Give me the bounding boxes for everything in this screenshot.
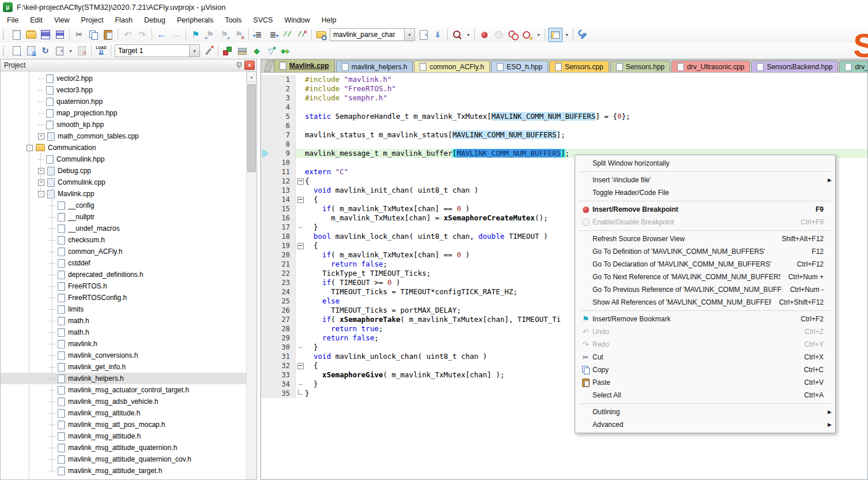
new-file-icon[interactable] bbox=[10, 28, 23, 42]
context-menu-item-select-all[interactable]: Select AllCtrl+A bbox=[575, 389, 835, 402]
line-number[interactable]: 8 bbox=[261, 140, 296, 149]
tree-item-mavlink-msg-actuator-control-target-h[interactable]: mavlink_msg_actuator_control_target.h bbox=[1, 384, 247, 396]
fold-margin[interactable] bbox=[296, 130, 305, 140]
fold-margin[interactable] bbox=[296, 250, 305, 260]
tree-item-mavlink-h[interactable]: mavlink.h bbox=[1, 338, 247, 350]
tab-mavlink-helpers-h[interactable]: mavlink_helpers.h bbox=[336, 61, 413, 72]
tree-item-undef-macros[interactable]: __undef_macros bbox=[1, 223, 247, 234]
pack-icon[interactable] bbox=[279, 44, 292, 58]
fold-margin[interactable] bbox=[296, 167, 305, 177]
tab-mavlink-cpp[interactable]: Mavlink.cpp bbox=[274, 59, 335, 72]
fold-margin[interactable] bbox=[296, 103, 305, 112]
context-menu-item-go-to-next-reference-of-mavlink-comm-num-b[interactable]: Go To Next Reference of 'MAVLINK_COMM_NU… bbox=[575, 271, 835, 283]
fold-margin[interactable] bbox=[296, 84, 305, 93]
tree-item-common-acfly-h[interactable]: common_ACFly.h bbox=[1, 246, 247, 257]
find-in-files-icon[interactable] bbox=[315, 28, 328, 42]
line-number[interactable]: 20 bbox=[261, 250, 296, 260]
tree-item-freertos-h[interactable]: FreeRTOS.h bbox=[1, 280, 247, 292]
context-menu-item-insert-include-file[interactable]: Insert '#include file'▶ bbox=[575, 174, 835, 186]
cut-icon[interactable] bbox=[73, 28, 86, 42]
nav-forward-icon[interactable] bbox=[169, 28, 183, 42]
context-menu-item-copy[interactable]: CopyCtrl+C bbox=[575, 363, 835, 376]
menu-svcs[interactable]: SVCS bbox=[247, 14, 278, 26]
fold-collapse-icon[interactable] bbox=[297, 178, 304, 185]
line-number[interactable]: 6 bbox=[261, 121, 296, 130]
collapse-icon[interactable]: - bbox=[38, 191, 44, 197]
jump-def-icon[interactable] bbox=[431, 28, 444, 42]
line-number[interactable]: 22 bbox=[261, 269, 296, 278]
tree-item-deprecated-definitions-h[interactable]: deprecated_definitions.h bbox=[1, 269, 247, 280]
context-menu-item-go-to-declaration-of-mavlink-comm-num-buff[interactable]: Go To Declaration of 'MAVLINK_COMM_NUM_B… bbox=[575, 258, 835, 271]
fold-collapse-icon[interactable] bbox=[297, 197, 304, 203]
scrollbar-thumb[interactable] bbox=[247, 84, 256, 172]
fold-margin[interactable] bbox=[296, 93, 305, 103]
menu-debug[interactable]: Debug bbox=[138, 14, 171, 26]
tree-item-mavlink-msg-att-pos-mocap-h[interactable]: mavlink_msg_att_pos_mocap.h bbox=[1, 419, 247, 430]
tree-item-config[interactable]: __config bbox=[1, 200, 247, 211]
bookmark-clear-all-icon[interactable] bbox=[232, 28, 246, 42]
fold-margin[interactable] bbox=[296, 324, 305, 333]
tree-item-debug-cpp[interactable]: +Debug.cpp bbox=[1, 165, 247, 177]
tree-item-math-common-tables-cpp[interactable]: +math_common_tables.cpp bbox=[1, 130, 247, 142]
fold-margin[interactable] bbox=[296, 297, 305, 306]
save-icon[interactable] bbox=[39, 28, 52, 42]
target-combo-arrow-icon[interactable] bbox=[190, 44, 200, 57]
tree-item-vector3-hpp[interactable]: vector3.hpp bbox=[1, 84, 247, 96]
context-menu-item-insert-remove-breakpoint[interactable]: Insert/Remove BreakpointF9 bbox=[575, 203, 835, 216]
line-number[interactable]: 5 bbox=[261, 112, 296, 121]
breakpoint-disable-all-icon[interactable] bbox=[521, 28, 534, 42]
fold-margin[interactable] bbox=[296, 352, 305, 361]
fold-margin[interactable] bbox=[296, 380, 305, 389]
line-number[interactable]: 17 bbox=[261, 223, 296, 232]
fold-margin[interactable] bbox=[296, 149, 305, 158]
line-number[interactable]: 34 bbox=[261, 380, 296, 389]
tree-item-smooth-kp-hpp[interactable]: smooth_kp.hpp bbox=[1, 119, 247, 130]
uncomment-icon[interactable] bbox=[295, 28, 308, 42]
expand-icon[interactable]: + bbox=[38, 168, 44, 174]
line-number[interactable]: 12 bbox=[261, 177, 296, 186]
line-number[interactable]: 24 bbox=[261, 287, 296, 297]
fold-margin[interactable] bbox=[296, 241, 305, 250]
breakpoint-arrow-icon[interactable] bbox=[535, 29, 542, 40]
funnel-icon[interactable] bbox=[265, 44, 278, 58]
nav-back-icon[interactable] bbox=[155, 28, 168, 42]
tree-item-mavlink-helpers-h[interactable]: mavlink_helpers.h bbox=[1, 373, 247, 384]
fold-margin[interactable] bbox=[296, 213, 305, 223]
copy-icon[interactable] bbox=[87, 28, 100, 42]
fold-margin[interactable] bbox=[296, 177, 305, 186]
tree-item-nullptr[interactable]: __nullptr bbox=[1, 211, 247, 223]
fold-margin[interactable] bbox=[296, 361, 305, 370]
tree-item-mavlink-msg-attitude-target-h[interactable]: mavlink_msg_attitude_target.h bbox=[1, 465, 247, 477]
fold-margin[interactable] bbox=[296, 260, 305, 269]
tree-item-cstddef[interactable]: cstddef bbox=[1, 257, 247, 269]
tree-item-communication[interactable]: -Communication bbox=[1, 142, 247, 153]
find-text-combobox[interactable]: mavlink_parse_char bbox=[330, 28, 405, 41]
code-line-1[interactable]: 1#include "mavlink.h" bbox=[261, 75, 867, 84]
line-number[interactable]: 16 bbox=[261, 213, 296, 223]
line-number[interactable]: 18 bbox=[261, 232, 296, 241]
tree-item-checksum-h[interactable]: checksum.h bbox=[1, 234, 247, 246]
breakpoint-kill-all-icon[interactable] bbox=[507, 28, 520, 42]
fold-collapse-icon[interactable] bbox=[297, 243, 304, 249]
pin-icon[interactable] bbox=[235, 62, 243, 69]
line-number[interactable]: 33 bbox=[261, 370, 296, 380]
line-number[interactable]: 19 bbox=[261, 241, 296, 250]
lookup-icon[interactable] bbox=[417, 28, 430, 42]
line-number[interactable]: 28 bbox=[261, 324, 296, 333]
expand-icon[interactable]: + bbox=[38, 133, 44, 140]
line-number[interactable]: 29 bbox=[261, 333, 296, 343]
line-number[interactable]: 21 bbox=[261, 260, 296, 269]
line-number[interactable]: 1 bbox=[261, 75, 296, 84]
code-line-8[interactable]: 8 bbox=[261, 140, 867, 149]
fold-margin[interactable] bbox=[296, 232, 305, 241]
bookmark-prev-icon[interactable] bbox=[203, 28, 217, 42]
tab-drv-ultrasonic-cpp[interactable]: drv_Ultrasonic.cpp bbox=[671, 61, 750, 72]
stop-build-icon[interactable] bbox=[75, 44, 88, 58]
context-menu-item-cut[interactable]: CutCtrl+X bbox=[575, 351, 835, 363]
menu-flash[interactable]: Flash bbox=[109, 14, 138, 26]
tab-common-acfly-h[interactable]: common_ACFly.h bbox=[414, 61, 489, 72]
tree-item-commulink-hpp[interactable]: Commulink.hpp bbox=[1, 153, 247, 165]
line-number[interactable]: 7 bbox=[261, 130, 296, 140]
line-number[interactable]: 3 bbox=[261, 93, 296, 103]
open-icon[interactable] bbox=[24, 28, 37, 42]
